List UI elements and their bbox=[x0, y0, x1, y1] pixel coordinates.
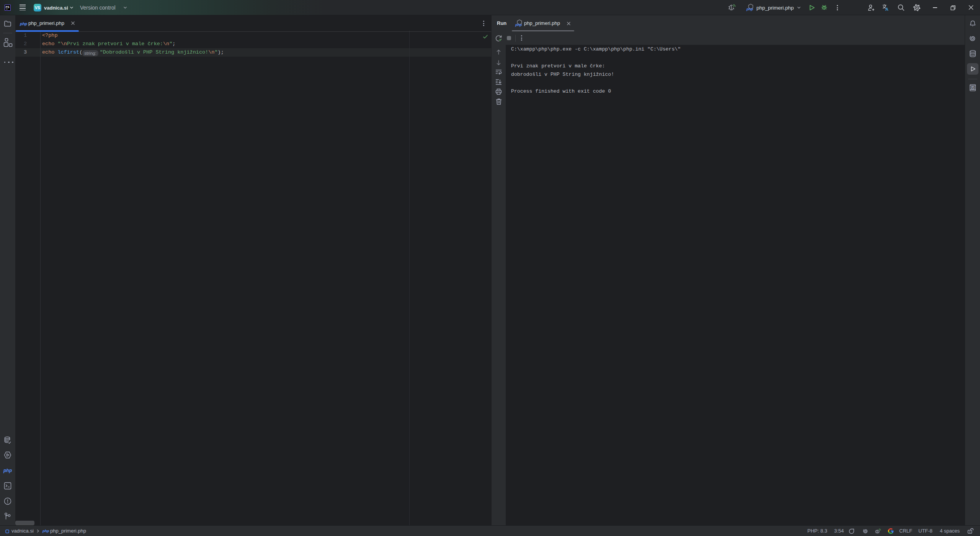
svg-text:php: php bbox=[515, 23, 522, 27]
svg-text:A: A bbox=[972, 86, 974, 89]
svg-text:A: A bbox=[885, 7, 889, 11]
svg-text:php: php bbox=[746, 7, 753, 11]
